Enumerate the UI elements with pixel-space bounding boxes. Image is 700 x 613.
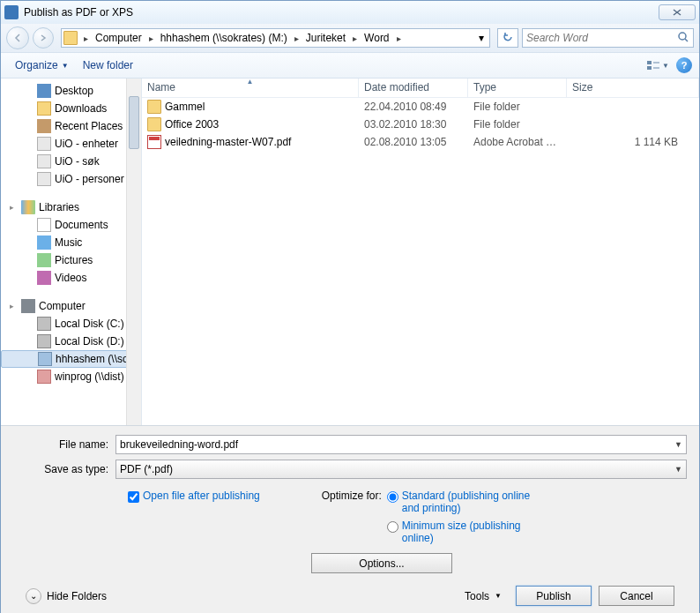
chevron-right-icon: ▸ xyxy=(292,34,302,43)
down-icon xyxy=(37,101,51,116)
pic-icon xyxy=(37,253,51,267)
net-icon xyxy=(38,352,52,366)
search-input[interactable] xyxy=(526,32,677,44)
chevron-down-icon: ▼ xyxy=(662,62,669,70)
sidebar-item-label: Libraries xyxy=(39,201,79,213)
column-date[interactable]: Date modified xyxy=(359,78,468,97)
expander-icon: ▸ xyxy=(10,302,18,310)
sidebar-item[interactable]: Music xyxy=(1,234,141,251)
sidebar-item[interactable]: UiO - enheter xyxy=(1,135,141,153)
svg-rect-3 xyxy=(647,66,652,70)
nav-bar: ▸ Computer ▸ hhhashem (\\sokrates) (M:) … xyxy=(1,24,699,52)
cancel-button[interactable]: Cancel xyxy=(599,586,674,606)
open-after-checkbox[interactable]: Open file after publishing xyxy=(128,490,260,544)
back-icon xyxy=(12,33,23,43)
file-type: File folder xyxy=(468,118,567,131)
music-icon xyxy=(37,235,51,250)
file-row[interactable]: Office 200303.02.2010 18:30File folder xyxy=(142,116,699,133)
refresh-icon xyxy=(502,32,514,44)
refresh-button[interactable] xyxy=(497,28,518,48)
sidebar-item-label: Videos xyxy=(55,272,86,284)
file-name: Office 2003 xyxy=(165,118,219,131)
file-type: File folder xyxy=(468,101,567,113)
column-type[interactable]: Type xyxy=(468,78,567,97)
sidebar-item[interactable]: Videos xyxy=(1,269,141,287)
file-row[interactable]: Gammel22.04.2010 08:49File folder xyxy=(142,98,699,116)
close-button[interactable] xyxy=(659,4,696,20)
new-folder-button[interactable]: New folder xyxy=(76,56,140,75)
forward-button[interactable] xyxy=(33,27,54,49)
options-button[interactable]: Options... xyxy=(311,553,452,573)
chevron-right-icon: ▸ xyxy=(81,34,91,43)
optimize-minimum-label: Minimum size (publishing online) xyxy=(402,520,534,544)
back-button[interactable] xyxy=(6,26,29,49)
sidebar-item-label: UiO - personer xyxy=(55,173,124,185)
tools-button[interactable]: Tools ▼ xyxy=(458,587,509,606)
sidebar-item-label: Pictures xyxy=(55,254,93,266)
optimize-standard-radio[interactable]: Standard (publishing online and printing… xyxy=(387,490,534,514)
sidebar-item[interactable]: ▸Libraries xyxy=(1,198,141,216)
app-icon xyxy=(4,5,19,19)
scrollbar-thumb[interactable] xyxy=(129,96,139,149)
sidebar-item[interactable]: winprog (\\dist) ( xyxy=(1,368,141,385)
close-icon xyxy=(672,8,682,17)
optimize-label: Optimize for: xyxy=(322,490,382,502)
chevron-down-icon: ▼ xyxy=(674,440,682,449)
column-size[interactable]: Size xyxy=(567,78,699,97)
optimize-minimum-input[interactable] xyxy=(387,521,398,533)
hide-folders-button[interactable]: ⌄ Hide Folders xyxy=(26,588,107,604)
hide-folders-label: Hide Folders xyxy=(47,590,107,602)
breadcrumb-item[interactable]: Word xyxy=(360,32,393,44)
sidebar-item[interactable]: Local Disk (C:) xyxy=(1,315,141,333)
sidebar-item[interactable]: Documents xyxy=(1,216,141,234)
sidebar-item[interactable]: Desktop xyxy=(1,82,141,100)
sidebar-item[interactable]: Recent Places xyxy=(1,117,141,135)
sidebar-item[interactable]: Downloads xyxy=(1,100,141,117)
column-name[interactable]: Name▲ xyxy=(142,78,359,97)
file-row[interactable]: veiledning-master-W07.pdf02.08.2010 13:0… xyxy=(142,133,699,151)
organize-label: Organize xyxy=(15,59,58,71)
sidebar-item[interactable]: Pictures xyxy=(1,251,141,269)
sidebar-item-label: Music xyxy=(55,236,82,249)
savetype-combo[interactable]: PDF (*.pdf) ▼ xyxy=(115,460,687,479)
bottom-panel: File name: brukeveiledning-word.pdf ▼ Sa… xyxy=(1,425,699,613)
search-box[interactable] xyxy=(522,28,694,48)
titlebar: Publish as PDF or XPS xyxy=(1,1,699,24)
breadcrumb[interactable]: ▸ Computer ▸ hhhashem (\\sokrates) (M:) … xyxy=(61,28,490,48)
disk-icon xyxy=(37,317,51,331)
tools-label: Tools xyxy=(465,590,489,602)
sidebar-item[interactable]: Local Disk (D:) xyxy=(1,333,141,350)
open-after-input[interactable] xyxy=(128,491,139,503)
folder-icon xyxy=(147,100,161,114)
chevron-down-icon: ▼ xyxy=(674,465,682,474)
svg-line-1 xyxy=(685,39,688,41)
toolbar: Organize ▼ New folder ▼ ? xyxy=(1,52,699,78)
view-mode-button[interactable]: ▼ xyxy=(644,56,671,74)
comp-icon xyxy=(21,299,35,313)
breadcrumb-item[interactable]: Juriteket xyxy=(302,32,350,44)
sidebar-item-label: Documents xyxy=(55,219,108,231)
help-button[interactable]: ? xyxy=(676,57,692,73)
publish-button[interactable]: Publish xyxy=(516,586,592,606)
desktop-icon xyxy=(37,84,51,98)
breadcrumb-item[interactable]: hhhashem (\\sokrates) (M:) xyxy=(156,32,292,44)
optimize-minimum-radio[interactable]: Minimum size (publishing online) xyxy=(387,520,534,544)
breadcrumb-dropdown[interactable]: ▾ xyxy=(475,32,488,44)
sidebar-item[interactable]: UiO - personer xyxy=(1,170,141,188)
sidebar-item[interactable]: UiO - søk xyxy=(1,153,141,170)
sidebar-item-label: Recent Places xyxy=(55,120,123,132)
pdf-icon xyxy=(147,135,161,149)
organize-button[interactable]: Organize ▼ xyxy=(8,56,76,75)
breadcrumb-item[interactable]: Computer xyxy=(91,32,146,44)
scrollbar[interactable] xyxy=(126,78,141,425)
filename-input[interactable]: brukeveiledning-word.pdf ▼ xyxy=(115,435,687,454)
filename-label: File name: xyxy=(13,438,115,451)
sidebar-item[interactable]: hhhashem (\\sok xyxy=(1,350,141,368)
optimize-standard-input[interactable] xyxy=(387,491,398,503)
savetype-value: PDF (*.pdf) xyxy=(120,463,173,475)
sidebar-item-label: winprog (\\dist) ( xyxy=(55,370,130,383)
sidebar-item-label: Local Disk (C:) xyxy=(55,318,124,330)
vid-icon xyxy=(37,271,51,285)
sidebar-item[interactable]: ▸Computer xyxy=(1,297,141,315)
sidebar: DesktopDownloadsRecent PlacesUiO - enhet… xyxy=(1,78,142,425)
